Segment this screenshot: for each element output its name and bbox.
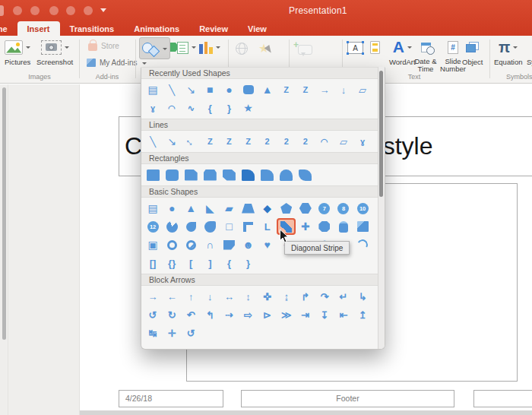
qat-icon-3[interactable]	[49, 6, 59, 15]
cross-shape[interactable]: ✚	[296, 217, 315, 236]
text-box-button[interactable]: A	[347, 40, 363, 56]
right-bracket-shape[interactable]: ]	[201, 254, 220, 272]
no-symbol-shape[interactable]	[182, 236, 201, 254]
octagon-shape[interactable]: 8	[334, 199, 353, 217]
scribble-shape[interactable]: ɣ	[144, 99, 163, 117]
right-brace-shape[interactable]: }	[239, 254, 258, 272]
panel-scrollbar-thumb[interactable]	[379, 71, 383, 197]
tab-home[interactable]: Home	[0, 21, 17, 36]
frame-shape[interactable]: □	[220, 217, 239, 236]
thumbnail-pane-scrollbar[interactable]	[2, 87, 6, 340]
can-shape[interactable]	[334, 217, 353, 236]
folded-corner-shape[interactable]	[220, 236, 239, 254]
up-arrow-shape[interactable]: ↑	[182, 287, 201, 306]
parallelogram-shape[interactable]: ▰	[220, 199, 239, 217]
up-down-arrow-shape[interactable]: ↕	[239, 287, 258, 306]
curved-double-arrow-connector-shape[interactable]: 2	[296, 132, 315, 150]
shapes-button[interactable]	[139, 37, 170, 59]
rounded-rectangle-shape[interactable]	[163, 166, 182, 184]
right-triangle-shape[interactable]: ◣	[201, 199, 220, 217]
oval-shape[interactable]: ●	[220, 81, 239, 99]
line-shape[interactable]: ╲	[163, 81, 182, 99]
double-arrow-shape[interactable]: ↔	[182, 132, 201, 150]
snip-same-side-corner-rectangle-shape[interactable]	[201, 166, 220, 184]
star-shape[interactable]: ★	[239, 99, 258, 117]
tab-animations[interactable]: Animations	[124, 21, 189, 36]
teardrop-shape[interactable]	[182, 217, 201, 236]
curved-arrow-connector-shape[interactable]: 2	[277, 132, 296, 150]
tab-review[interactable]: Review	[189, 21, 238, 36]
round-diagonal-corner-rectangle-shape[interactable]	[296, 166, 315, 184]
chart-button[interactable]	[199, 39, 220, 55]
up-arrow-callout-shape[interactable]: ↥	[353, 306, 372, 324]
qat-icon-5[interactable]	[84, 6, 93, 15]
right-brace-shape[interactable]: }	[220, 99, 239, 117]
rounded-rectangle-shape[interactable]	[239, 81, 258, 99]
curved-up-arrow-shape[interactable]: ↷	[315, 287, 334, 306]
qat-icon-1[interactable]	[13, 6, 22, 15]
rectangle-shape[interactable]: ■	[201, 81, 220, 99]
u-turn-arrow-shape[interactable]: ↶	[182, 306, 201, 324]
screenshot-button[interactable]: Screenshot	[36, 39, 73, 66]
dodecagon-shape[interactable]: 12	[144, 217, 163, 236]
symbol-button[interactable]: Symbol	[527, 39, 532, 66]
line-shape[interactable]: ╲	[144, 132, 163, 150]
circular-arrow-shape[interactable]: ↺	[182, 324, 201, 342]
left-brace-shape[interactable]: {	[201, 99, 220, 117]
left-arrow-shape[interactable]: ←	[163, 287, 182, 306]
isosceles-triangle-shape[interactable]: ▲	[182, 199, 201, 217]
plaque-shape[interactable]	[315, 217, 334, 236]
regular-pentagon-shape[interactable]	[277, 199, 296, 217]
l-shape-shape[interactable]: L	[258, 217, 277, 236]
isosceles-triangle-shape[interactable]: ▲	[258, 81, 277, 99]
date-placeholder[interactable]: 4/26/18	[119, 390, 223, 407]
text-box-shape[interactable]: ▤	[144, 81, 163, 99]
rectangle-shape[interactable]	[144, 166, 163, 184]
qat-dropdown-icon[interactable]	[100, 8, 106, 15]
block-arc-shape[interactable]: ∩	[201, 236, 220, 254]
arrow-shape[interactable]: ↘	[182, 81, 201, 99]
my-addins-button[interactable]: My Add-ins	[87, 59, 147, 67]
snip-diagonal-corner-rectangle-shape[interactable]	[220, 166, 239, 184]
u-turn-up-arrow-shape[interactable]: ↰	[201, 306, 220, 324]
footer-placeholder[interactable]: Footer	[241, 390, 454, 407]
store-button[interactable]: Store	[88, 40, 119, 51]
chevron-arrow-shape[interactable]: ≫	[277, 306, 296, 324]
quad-arrow-callout-shape[interactable]: ✛	[163, 324, 182, 342]
tab-view[interactable]: View	[238, 21, 277, 36]
bevel-shape[interactable]: ▣	[144, 236, 163, 254]
left-brace-shape[interactable]: {	[220, 254, 239, 272]
hyperlink-button[interactable]	[236, 40, 248, 57]
slide-number-placeholder[interactable]	[473, 390, 532, 407]
arc-shape[interactable]	[353, 236, 372, 254]
half-frame-shape[interactable]	[239, 217, 258, 236]
curve-shape[interactable]: ◠	[163, 99, 182, 117]
panel-scrollbar-track[interactable]	[378, 67, 385, 349]
qat-icon-2[interactable]	[30, 6, 40, 15]
squiggle-shape[interactable]: ∿	[182, 99, 201, 117]
equation-button[interactable]: π Equation	[494, 39, 523, 66]
arrow-shape[interactable]: ↘	[163, 132, 182, 150]
diamond-shape[interactable]: ◆	[258, 199, 277, 217]
qat-partial-icon[interactable]	[0, 5, 4, 16]
decagon-shape[interactable]: 10	[353, 199, 372, 217]
pie-shape[interactable]	[163, 217, 182, 236]
freeform-shape[interactable]: ▱	[334, 132, 353, 150]
left-right-arrow-shape[interactable]: ↔	[220, 287, 239, 306]
round-same-side-corner-rectangle-shape[interactable]	[277, 166, 296, 184]
elbow-arrow-connector-shape[interactable]: Z	[220, 132, 239, 150]
down-block-arrow-shape[interactable]: ↓	[334, 81, 353, 99]
hexagon-shape[interactable]	[296, 199, 315, 217]
action-button[interactable]: ★	[258, 40, 273, 56]
smartart-button[interactable]	[170, 39, 196, 55]
snip-single-corner-rectangle-shape[interactable]	[182, 166, 201, 184]
striped-right-arrow-shape[interactable]: ⇢	[220, 306, 239, 324]
elbow-arrow-connector-shape[interactable]: Z	[296, 81, 315, 99]
notched-right-arrow-shape[interactable]: ⇨	[239, 306, 258, 324]
smiley-face-shape[interactable]: ☻	[239, 236, 258, 254]
elbow-connector-shape[interactable]: Z	[277, 81, 296, 99]
bent-up-arrow-shape[interactable]: ↵	[334, 287, 353, 306]
double-bracket-shape[interactable]: []	[144, 254, 163, 272]
right-arrow-callout-shape[interactable]: ⇥	[296, 306, 315, 324]
object-button[interactable]: Object	[462, 39, 483, 66]
